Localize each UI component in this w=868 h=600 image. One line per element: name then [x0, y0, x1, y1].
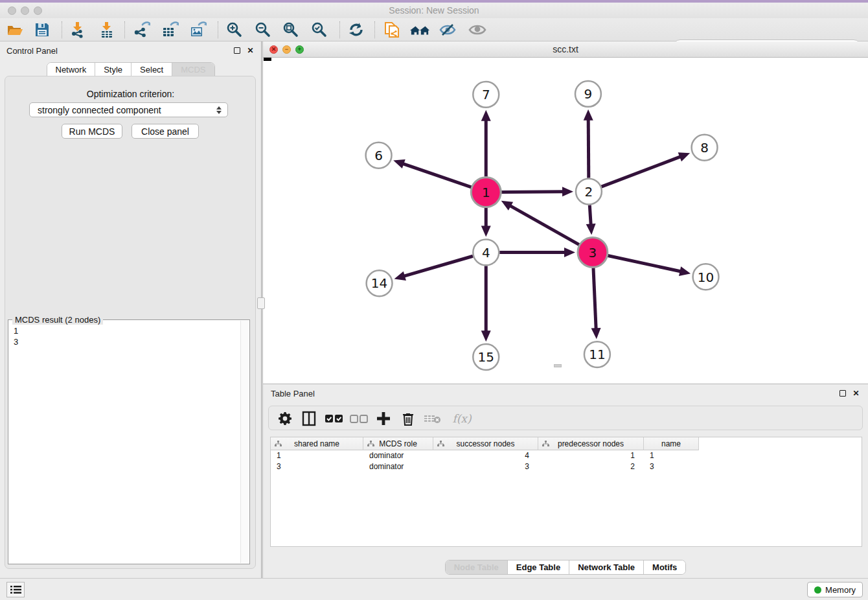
import-network-icon[interactable] [68, 21, 87, 39]
float-panel-icon[interactable] [233, 46, 241, 54]
table-row[interactable]: 3dominator323 [271, 461, 862, 472]
edge-2-9[interactable] [588, 119, 589, 178]
edge-1-2[interactable] [501, 192, 564, 192]
memory-button[interactable]: Memory [807, 582, 863, 597]
canvas-scroll-handle[interactable] [554, 364, 562, 367]
toolbar-separator [124, 21, 125, 38]
edge-arrowhead [586, 224, 596, 235]
edge-3-11[interactable] [593, 268, 596, 330]
open-folder-icon[interactable] [5, 21, 25, 39]
table-cell: 1 [644, 450, 699, 461]
run-mcds-button[interactable]: Run MCDS [62, 124, 122, 139]
fx-label: f(x) [452, 412, 471, 425]
tab-network-table[interactable]: Network Table [569, 560, 644, 574]
show-all-icon[interactable] [468, 21, 487, 39]
refresh-icon[interactable] [347, 21, 366, 39]
export-image-icon[interactable] [188, 21, 207, 39]
export-network-icon[interactable] [131, 21, 151, 39]
node-table[interactable]: shared nameMCDS rolesuccessor nodesprede… [270, 437, 862, 547]
table-cell: dominator [363, 450, 433, 461]
table-toolbar: f(x) [268, 406, 863, 430]
close-panel-button[interactable]: Close panel [131, 124, 199, 139]
add-icon[interactable] [374, 410, 393, 428]
table-tabs: Node Table Edge Table Network Table Moti… [263, 560, 868, 575]
zoom-out-icon[interactable] [253, 21, 273, 39]
selected-option: strongly connected component [38, 105, 161, 115]
optimization-criterion-select[interactable]: strongly connected component [29, 102, 228, 117]
column-header-name[interactable]: name [644, 437, 699, 450]
edge-arrowhead [481, 330, 491, 341]
zoom-selected-icon[interactable] [310, 21, 329, 39]
tab-mcds[interactable]: MCDS [172, 63, 214, 76]
tab-network[interactable]: Network [47, 63, 95, 76]
function-builder-icon[interactable]: f(x) [448, 410, 476, 428]
graph-node-label: 8 [700, 140, 709, 156]
table-cell: dominator [363, 461, 433, 472]
edge-4-14[interactable] [403, 256, 473, 276]
tab-edge-table[interactable]: Edge Table [508, 560, 569, 574]
column-header-predecessor-nodes[interactable]: predecessor nodes [538, 437, 644, 450]
table-panel: Table Panel ✕ [263, 384, 868, 578]
edge-3-1[interactable] [509, 205, 579, 245]
edge-1-6[interactable] [402, 163, 471, 187]
column-header-successor-nodes[interactable]: successor nodes [433, 437, 538, 450]
edge-3-10[interactable] [608, 255, 681, 271]
column-header-label: name [661, 439, 681, 448]
table-row[interactable]: 1dominator411 [271, 450, 862, 461]
tab-select[interactable]: Select [131, 63, 172, 76]
edge-2-8[interactable] [602, 156, 682, 187]
tab-node-table[interactable]: Node Table [446, 560, 508, 574]
graph-node-label: 2 [585, 184, 593, 200]
graph-node-label: 6 [374, 148, 383, 163]
graph-node-label: 3 [589, 245, 597, 260]
column-header-label: MCDS role [379, 439, 417, 448]
tab-style[interactable]: Style [95, 63, 131, 76]
table-cell: 4 [433, 450, 538, 461]
zoom-fit-icon[interactable] [281, 21, 301, 39]
memory-label: Memory [825, 585, 856, 595]
namespace-icon [367, 441, 374, 447]
column-header-shared-name[interactable]: shared name [271, 437, 363, 450]
table-header: shared nameMCDS rolesuccessor nodesprede… [271, 437, 699, 450]
graph-node-label: 9 [584, 86, 593, 102]
mcds-result-line: 3 [14, 336, 239, 347]
export-table-icon[interactable] [160, 21, 179, 39]
float-table-panel-icon[interactable] [838, 389, 847, 397]
network-view-title: scc.txt [263, 44, 868, 54]
table-panel-title: Table Panel [271, 389, 315, 398]
table-cell: 2 [538, 461, 644, 472]
edge-arrowhead [591, 328, 601, 339]
control-panel: Control Panel ✕ Network Style Select MCD… [0, 41, 261, 578]
edge-arrowhead [481, 225, 491, 237]
close-panel-icon[interactable]: ✕ [246, 46, 255, 54]
clone-network-icon[interactable] [382, 21, 402, 39]
network-canvas[interactable]: 1234678910111415 [263, 58, 868, 384]
hide-selected-icon[interactable] [439, 21, 458, 39]
column-header-MCDS-role[interactable]: MCDS role [363, 437, 433, 450]
close-table-panel-icon[interactable]: ✕ [852, 389, 860, 397]
network-view-titlebar[interactable]: ✕ − + scc.txt [263, 41, 868, 58]
select-all-icon[interactable] [325, 410, 344, 428]
mcds-result-scrollbar[interactable] [240, 321, 249, 563]
graph-node-label: 10 [698, 270, 714, 285]
table-rows: 1dominator4113dominator323 [271, 450, 862, 472]
mcds-result-line: 1 [14, 325, 239, 336]
namespace-icon [437, 441, 444, 447]
column-view-icon[interactable] [299, 410, 319, 428]
zoom-in-icon[interactable] [225, 21, 244, 39]
import-table-icon[interactable] [97, 21, 117, 39]
save-icon[interactable] [32, 21, 52, 39]
gear-icon[interactable] [275, 410, 295, 428]
main-toolbar [0, 18, 868, 41]
delete-icon[interactable] [398, 410, 418, 428]
toolbar-separator [62, 21, 62, 38]
toolbar-separator [339, 21, 340, 38]
delete-column-icon[interactable] [423, 410, 442, 428]
task-history-button[interactable] [6, 582, 25, 597]
tab-motifs[interactable]: Motifs [644, 560, 685, 574]
edge-2-3[interactable] [589, 205, 591, 226]
column-header-label: predecessor nodes [558, 439, 624, 448]
panel-divider-handle[interactable] [257, 297, 265, 309]
deselect-all-icon[interactable] [349, 410, 369, 428]
home-view-icon[interactable] [410, 21, 429, 39]
